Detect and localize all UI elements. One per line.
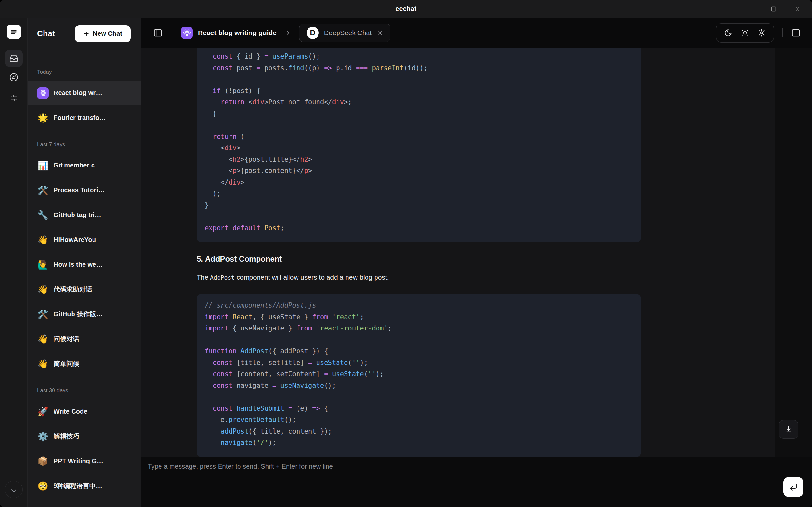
app-logo-button[interactable]	[7, 25, 21, 39]
chat-item-label: 问候对话	[53, 335, 79, 343]
code-line: }	[205, 108, 633, 120]
chevron-right-icon	[284, 29, 291, 37]
rail-scroll-down-button[interactable]	[5, 481, 22, 498]
app-body: Chat New Chat TodayReact blog wr…🌟Fourie…	[0, 18, 812, 507]
app-title: eechat	[396, 5, 416, 12]
chat-emoji-icon: 👋	[37, 235, 49, 245]
toggle-sidebar-button[interactable]	[153, 28, 163, 38]
close-icon	[794, 5, 801, 12]
code-block-2-body: // src/components/AddPost.jsimport React…	[205, 300, 633, 449]
sliders-icon	[9, 94, 18, 102]
code-line: navigate('/');	[205, 437, 633, 449]
code-line: const [title, setTitle] = useState('');	[205, 357, 633, 369]
sidebar-item-settings-sliders[interactable]	[5, 89, 22, 107]
chat-emoji-icon: 🔧	[37, 210, 49, 220]
theme-toggle-group	[716, 23, 774, 43]
code-line: e.preventDefault();	[205, 414, 633, 426]
arrow-down-icon	[10, 486, 18, 494]
chat-list-item[interactable]: 👋问候对话	[28, 327, 141, 351]
maximize-button[interactable]	[762, 0, 785, 18]
plus-icon	[83, 31, 90, 37]
code-line	[205, 211, 633, 223]
paragraph-text: component will allow users to add a new …	[235, 274, 389, 281]
composer	[141, 457, 812, 507]
chat-item-label: Git member c…	[53, 162, 101, 169]
chat-scroll-region: const { id } = useParams(); const post =…	[141, 48, 775, 457]
chat-message-area[interactable]: const { id } = useParams(); const post =…	[141, 48, 812, 457]
chat-item-label: PPT Writing G…	[53, 457, 103, 465]
code-line: }	[205, 200, 633, 211]
theme-dark-button[interactable]	[724, 29, 732, 37]
breadcrumb-chat-title: React blog writing guide	[198, 29, 276, 37]
sidebar-title: Chat	[37, 29, 55, 38]
chat-list-item[interactable]: 🚀Write Code	[28, 399, 141, 424]
code-line: const { id } = useParams();	[205, 51, 633, 62]
chat-emoji-icon: 🛠️	[37, 309, 49, 320]
code-line: return <div>Post not found</div>;	[205, 97, 633, 108]
chat-emoji-icon: 📦	[37, 456, 49, 466]
assistant-message: const { id } = useParams(); const post =…	[197, 48, 641, 457]
chat-list-item[interactable]: React blog wr…	[28, 80, 141, 105]
chat-emoji-icon: 🌟	[37, 113, 49, 123]
code-line	[205, 74, 633, 86]
chat-section-label: Last 30 days	[28, 387, 141, 395]
model-tab-deepseek[interactable]: D DeepSeek Chat	[299, 23, 390, 42]
app-window: eechat	[0, 0, 812, 507]
main-pane: React blog writing guide D DeepSeek Chat	[141, 18, 812, 507]
chat-list-item[interactable]: 👋代码求助对话	[28, 277, 141, 302]
chat-emoji-icon: 🙋‍♂️	[37, 260, 49, 270]
react-icon	[181, 27, 193, 39]
chat-list-item[interactable]: 🔧GitHub tag tri…	[28, 203, 141, 227]
chat-item-label: 解耦技巧	[53, 432, 79, 441]
chat-list-item[interactable]: 🙋‍♂️How is the we…	[28, 252, 141, 277]
chat-section-label: Today	[28, 68, 141, 76]
chat-emoji-icon: 👋	[37, 284, 49, 295]
chat-list-item[interactable]: 👋HiHowAreYou	[28, 227, 141, 252]
chat-list-item[interactable]: 👋简单问候	[28, 351, 141, 376]
chat-list-item[interactable]: 🌟Fourier transfo…	[28, 105, 141, 130]
sidebar-item-chats[interactable]	[5, 50, 22, 67]
send-button[interactable]	[783, 477, 803, 497]
new-chat-label: New Chat	[93, 30, 122, 37]
tab-close-button[interactable]	[377, 30, 383, 36]
message-input[interactable]	[148, 462, 760, 498]
maximize-icon	[770, 5, 777, 12]
chat-list-item[interactable]: 🥺9种编程语言中…	[28, 473, 141, 498]
close-button[interactable]	[785, 0, 809, 18]
chat-list-item[interactable]: 📊Git member c…	[28, 153, 141, 178]
code-line: export default Post;	[205, 223, 633, 234]
code-block-1-body: const { id } = useParams(); const post =…	[205, 51, 633, 234]
minimize-button[interactable]	[738, 0, 762, 18]
code-line: const navigate = useNavigate();	[205, 380, 633, 392]
paragraph-text: The	[197, 274, 210, 281]
chat-list-item[interactable]: 🛠️Process Tutori…	[28, 178, 141, 203]
code-line	[205, 391, 633, 403]
chat-item-label: Write Code	[53, 408, 87, 415]
code-line: const post = posts.find((p) => p.id === …	[205, 62, 633, 74]
close-icon	[377, 30, 383, 36]
sidebar-item-discover[interactable]	[5, 69, 22, 86]
chat-list-item[interactable]: 📦PPT Writing G…	[28, 449, 141, 473]
code-line: <h2>{post.title}</h2>	[205, 154, 633, 166]
chat-list-item[interactable]: 🛠️GitHub 操作版…	[28, 302, 141, 327]
code-line: <p>{post.content}</p>	[205, 165, 633, 177]
icon-rail	[0, 18, 28, 507]
chat-item-label: How is the we…	[53, 261, 103, 268]
code-line	[205, 334, 633, 346]
scroll-to-bottom-button[interactable]	[779, 420, 799, 439]
moon-icon	[724, 29, 732, 37]
chat-emoji-icon: 👋	[37, 334, 49, 344]
minimize-icon	[746, 5, 753, 12]
arrow-down-to-line-icon	[784, 426, 793, 434]
theme-light-button[interactable]	[741, 29, 749, 37]
theme-auto-button[interactable]	[758, 29, 766, 37]
code-block-addpost-component: // src/components/AddPost.jsimport React…	[197, 294, 641, 457]
new-chat-button[interactable]: New Chat	[75, 25, 131, 42]
panel-right-icon	[791, 28, 801, 38]
code-line: // src/components/AddPost.js	[205, 300, 633, 312]
chat-list-item[interactable]: ⚙️解耦技巧	[28, 424, 141, 449]
deepseek-logo: D	[307, 27, 319, 39]
section-heading: 5. AddPost Component	[197, 254, 641, 264]
chat-section-label: Last 7 days	[28, 141, 141, 149]
toggle-right-panel-button[interactable]	[791, 28, 801, 38]
